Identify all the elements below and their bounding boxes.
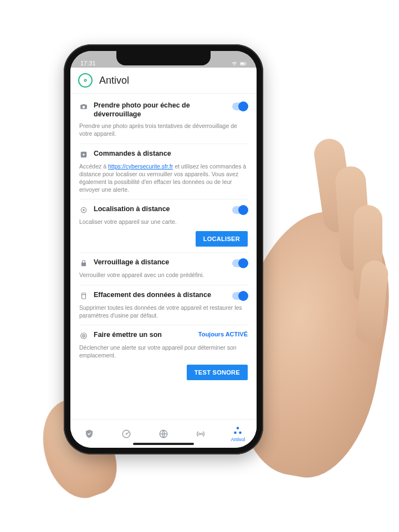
toggle-erase[interactable]: [232, 292, 248, 300]
shield-check-icon: [84, 429, 94, 439]
setting-title: Commandes à distance: [94, 150, 248, 158]
radar-icon: [121, 429, 131, 439]
globe-icon: [158, 429, 168, 439]
erase-icon: [79, 291, 88, 300]
svg-point-18: [237, 427, 239, 429]
setting-remote-lock: Verrouillage à distance Verrouiller votr…: [79, 253, 248, 285]
battery-icon: [240, 61, 247, 66]
svg-rect-1: [241, 63, 244, 65]
cybersecurite-link[interactable]: https://cybersecurite.sfr.fr: [108, 163, 173, 170]
broadcast-icon: [196, 429, 206, 439]
app-icon: [78, 73, 93, 88]
phone-screen: 17:31 Antivol Prendre photo pour échec d…: [70, 51, 257, 448]
phone-notch: [116, 51, 211, 65]
setting-title: Localisation à distance: [94, 205, 227, 214]
setting-desc: Supprimer toutes les données de votre ap…: [79, 304, 248, 319]
nav-tab-vpn[interactable]: [145, 429, 182, 439]
setting-desc: Prendre une photo après trois tentatives…: [79, 122, 248, 137]
nav-tab-scan[interactable]: [108, 429, 145, 439]
nodes-icon: [233, 426, 243, 436]
locate-icon: [79, 206, 88, 214]
nav-tab-network[interactable]: [182, 429, 219, 439]
svg-point-4: [85, 80, 86, 81]
setting-desc: Accédez à https://cybersecurite.sfr.fr e…: [79, 162, 248, 194]
setting-remote-commands: Commandes à distance Accédez à https://c…: [79, 144, 248, 200]
remote-icon: [79, 150, 88, 159]
svg-point-13: [83, 335, 84, 336]
setting-title: Faire émettre un son: [94, 331, 193, 340]
setting-remote-erase: Effacement des données à distance Suppri…: [79, 285, 248, 325]
setting-photo-on-unlock-fail: Prendre photo pour échec de déverrouilla…: [79, 96, 248, 144]
sound-always-on-label: Toujours ACTIVÉ: [198, 331, 248, 337]
nav-label: Antivol: [231, 437, 245, 442]
setting-remote-locate: Localisation à distance Localiser votre …: [79, 200, 248, 253]
svg-point-15: [125, 433, 127, 434]
toggle-photo[interactable]: [232, 103, 248, 110]
locate-button[interactable]: LOCALISER: [196, 231, 248, 247]
svg-rect-2: [246, 63, 247, 64]
toggle-locate[interactable]: [232, 206, 248, 214]
sound-icon: [79, 331, 88, 340]
wifi-icon: [231, 61, 238, 66]
app-bar: Antivol: [70, 68, 257, 94]
svg-point-6: [83, 154, 85, 156]
svg-point-8: [83, 209, 85, 212]
home-indicator[interactable]: [133, 443, 194, 445]
setting-desc: Localiser votre appareil sur une carte.: [79, 218, 248, 226]
nav-tab-protection[interactable]: [70, 429, 108, 439]
setting-title: Verrouillage à distance: [94, 258, 227, 267]
camera-icon: [79, 102, 88, 111]
svg-point-19: [234, 431, 237, 434]
sound-test-button[interactable]: TEST SONORE: [187, 365, 248, 380]
lock-icon: [79, 259, 88, 268]
page-title: Antivol: [99, 75, 129, 86]
nav-tab-antivol[interactable]: Antivol: [219, 426, 257, 442]
setting-title: Effacement des données à distance: [94, 291, 227, 300]
phone-frame: 17:31 Antivol Prendre photo pour échec d…: [64, 44, 263, 454]
toggle-lock[interactable]: [232, 259, 248, 267]
settings-content[interactable]: Prendre photo pour échec de déverrouilla…: [70, 94, 257, 419]
svg-rect-9: [82, 293, 86, 299]
svg-point-17: [200, 433, 202, 434]
setting-desc: Verrouiller votre appareil avec un code …: [79, 271, 248, 279]
setting-emit-sound: Faire émettre un son Toujours ACTIVÉ Déc…: [79, 325, 248, 386]
setting-title: Prendre photo pour échec de déverrouilla…: [94, 101, 227, 119]
svg-point-20: [239, 431, 242, 434]
setting-desc: Déclencher une alerte sur votre appareil…: [79, 344, 248, 359]
status-time: 17:31: [80, 60, 96, 66]
